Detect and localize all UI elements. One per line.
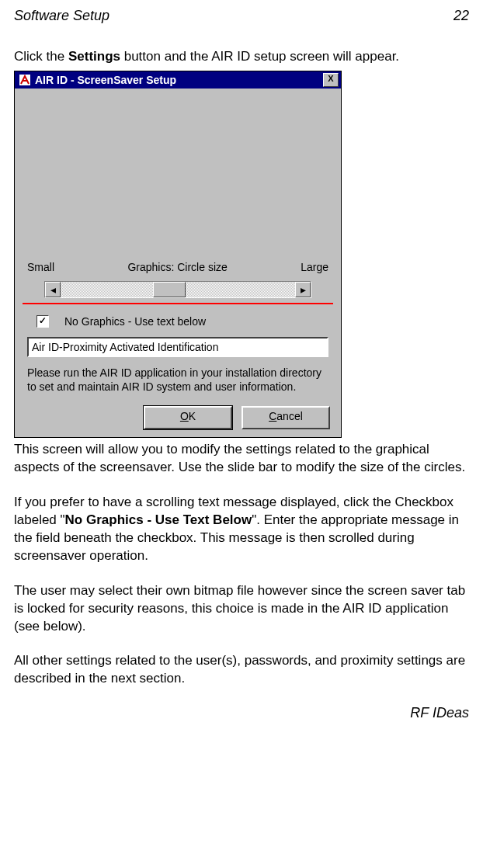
intro-post: button and the AIR ID setup screen will … — [120, 49, 399, 64]
divider — [23, 303, 333, 304]
section-title: Software Setup — [14, 8, 109, 24]
circle-size-slider[interactable]: ◂ ▸ — [44, 281, 311, 298]
slider-large-label: Large — [301, 261, 328, 273]
app-icon — [18, 73, 32, 87]
intro-pre: Click the — [14, 49, 68, 64]
dialog-title: AIR ID - ScreenSaver Setup — [35, 74, 321, 86]
screensaver-setup-dialog: AIR ID - ScreenSaver Setup X Small Graph… — [14, 71, 342, 438]
page-number: 22 — [453, 8, 469, 24]
slider-small-label: Small — [27, 261, 54, 273]
close-button[interactable]: X — [323, 73, 339, 87]
no-graphics-checkbox[interactable]: ✓ — [36, 315, 49, 328]
slider-thumb[interactable] — [153, 282, 186, 297]
slider-right-arrow-icon[interactable]: ▸ — [295, 282, 311, 297]
slider-caption: Graphics: Circle size — [127, 261, 227, 273]
ok-button[interactable]: OK — [144, 406, 232, 429]
slider-track[interactable] — [186, 282, 295, 297]
footer-company: RF IDeas — [14, 705, 469, 721]
slider-left-arrow-icon[interactable]: ◂ — [45, 282, 61, 297]
body-paragraph-3: The user may select their own bitmap fil… — [14, 582, 469, 636]
body-paragraph-4: All other settings related to the user(s… — [14, 652, 469, 688]
intro-bold: Settings — [68, 49, 120, 64]
cancel-button[interactable]: Cancel — [242, 406, 330, 429]
preview-area — [23, 95, 333, 258]
slider-track[interactable] — [61, 282, 153, 297]
dialog-help-text: Please run the AIR ID application in you… — [27, 366, 328, 394]
body-paragraph-2: If you prefer to have a scrolling text m… — [14, 494, 469, 565]
titlebar[interactable]: AIR ID - ScreenSaver Setup X — [15, 71, 341, 89]
scrolling-text-input[interactable]: Air ID-Proximity Activated Identificatio… — [27, 337, 328, 357]
intro-text: Click the Settings button and the AIR ID… — [14, 49, 469, 64]
no-graphics-label: No Graphics - Use text below — [64, 315, 206, 328]
body-paragraph-1: This screen will allow you to modify the… — [14, 441, 469, 477]
